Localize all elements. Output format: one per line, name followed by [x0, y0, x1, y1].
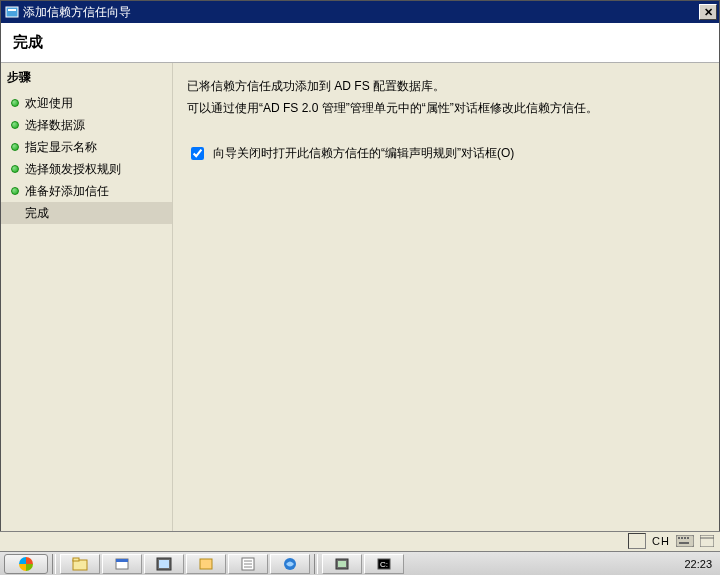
taskbar-item[interactable]	[228, 554, 268, 574]
titlebar[interactable]: 添加信赖方信任向导 ✕	[1, 1, 719, 23]
svg-rect-5	[684, 537, 686, 539]
svg-rect-6	[687, 537, 689, 539]
window-title: 添加信赖方信任向导	[23, 4, 699, 21]
open-claim-rules-label[interactable]: 向导关闭时打开此信赖方信任的“编辑声明规则”对话框(O)	[213, 145, 514, 162]
content-panel: 已将信赖方信任成功添加到 AD FS 配置数据库。 可以通过使用“AD FS 2…	[173, 63, 719, 537]
taskbar-clock[interactable]: 22:23	[684, 558, 716, 570]
taskbar[interactable]: C: 22:23	[0, 551, 720, 575]
svg-text:C:: C:	[380, 560, 388, 569]
app-icon	[5, 5, 19, 19]
step-authz-rules[interactable]: 选择颁发授权规则	[1, 158, 172, 180]
svg-rect-23	[338, 561, 346, 567]
taskbar-item[interactable]	[60, 554, 100, 574]
taskbar-item[interactable]: C:	[364, 554, 404, 574]
taskbar-item[interactable]	[102, 554, 142, 574]
language-indicator[interactable]: CH	[652, 535, 670, 547]
bullet-icon	[11, 121, 19, 129]
svg-rect-8	[700, 535, 714, 547]
open-claim-rules-checkbox[interactable]	[191, 147, 204, 160]
close-button[interactable]: ✕	[699, 4, 717, 20]
svg-rect-15	[159, 560, 169, 568]
success-message-1: 已将信赖方信任成功添加到 AD FS 配置数据库。	[187, 77, 703, 95]
bullet-icon	[11, 187, 19, 195]
svg-rect-3	[678, 537, 680, 539]
step-ready[interactable]: 准备好添加信任	[1, 180, 172, 202]
tray-expand-icon[interactable]	[700, 535, 714, 547]
banner: 完成	[1, 23, 719, 63]
svg-rect-7	[679, 542, 689, 544]
step-finish[interactable]: 完成	[1, 202, 172, 224]
bullet-icon	[11, 165, 19, 173]
svg-rect-1	[8, 9, 16, 11]
ime-frame-icon[interactable]	[628, 533, 646, 549]
svg-rect-2	[676, 535, 694, 547]
taskbar-separator	[52, 554, 56, 574]
step-select-source[interactable]: 选择数据源	[1, 114, 172, 136]
success-message-2: 可以通过使用“AD FS 2.0 管理”管理单元中的“属性”对话框修改此信赖方信…	[187, 99, 703, 117]
svg-rect-11	[73, 558, 79, 561]
taskbar-separator	[314, 554, 318, 574]
keyboard-icon[interactable]	[676, 535, 694, 547]
bullet-icon	[11, 99, 19, 107]
language-tray: CH	[628, 533, 714, 549]
svg-rect-0	[6, 7, 18, 17]
svg-rect-16	[200, 559, 212, 569]
steps-sidebar: 步骤 欢迎使用 选择数据源 指定显示名称 选择颁发授权规则 准备好添加信任 完成	[1, 63, 173, 537]
page-title: 完成	[13, 33, 43, 52]
taskbar-item[interactable]	[144, 554, 184, 574]
start-button[interactable]	[4, 554, 48, 574]
windows-logo-icon	[19, 557, 33, 571]
taskbar-item[interactable]	[270, 554, 310, 574]
bullet-icon	[11, 143, 19, 151]
sidebar-heading: 步骤	[7, 69, 172, 86]
taskbar-item[interactable]	[322, 554, 362, 574]
taskbar-item[interactable]	[186, 554, 226, 574]
svg-rect-4	[681, 537, 683, 539]
step-welcome[interactable]: 欢迎使用	[1, 92, 172, 114]
wizard-window: 添加信赖方信任向导 ✕ 完成 步骤 欢迎使用 选择数据源 指定显示名称 选择颁发…	[0, 0, 720, 538]
svg-rect-13	[116, 559, 128, 562]
step-display-name[interactable]: 指定显示名称	[1, 136, 172, 158]
status-bar	[0, 531, 720, 551]
